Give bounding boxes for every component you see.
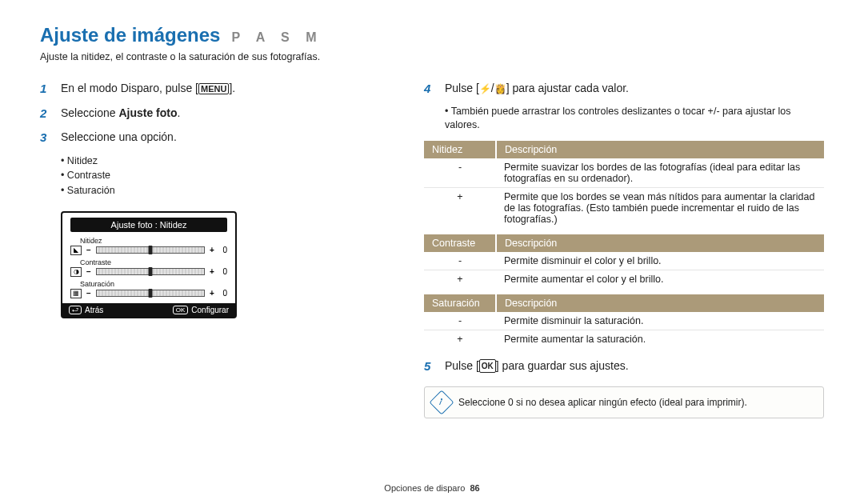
table-header: Nitidez bbox=[424, 141, 496, 158]
bold-option: Ajuste foto bbox=[118, 106, 177, 119]
nitidez-icon: ◣ bbox=[70, 246, 82, 255]
table-cell: Permite que los bordes se vean más nítid… bbox=[496, 187, 824, 228]
info-note: Seleccione 0 si no desea aplicar ningún … bbox=[424, 386, 824, 418]
table-row: +Permite aumentar el color y el brillo. bbox=[424, 270, 824, 288]
minus-icon[interactable]: − bbox=[85, 267, 93, 276]
page-title: Ajuste de imágenes bbox=[40, 24, 220, 46]
slider-track[interactable] bbox=[96, 246, 205, 254]
plus-icon[interactable]: + bbox=[208, 267, 216, 276]
ok-button[interactable]: OKConfigurar bbox=[173, 306, 229, 314]
table-header: Contraste bbox=[424, 234, 496, 252]
slider-label: Nitidez bbox=[80, 237, 235, 245]
ok-button-label: OK bbox=[479, 359, 496, 373]
slider-value: 0 bbox=[219, 289, 227, 298]
screen-header: Ajuste foto : Nitidez bbox=[70, 218, 227, 232]
table-row: +Permite aumentar la saturación. bbox=[424, 330, 824, 348]
flash-icon: ⚡ bbox=[479, 82, 491, 96]
table-cell: + bbox=[424, 187, 496, 228]
step-text: Pulse [⚡/👸] para ajustar cada valor. bbox=[445, 80, 824, 98]
bullet-item: También puede arrastrar los controles de… bbox=[445, 105, 824, 133]
plus-icon[interactable]: + bbox=[208, 289, 216, 298]
table-cell: Permite disminuir la saturación. bbox=[496, 312, 824, 330]
table-header: Descripción bbox=[496, 141, 824, 158]
camera-screen-mock: Ajuste foto : Nitidez Nitidez ◣ − + 0 Co… bbox=[61, 211, 237, 318]
contraste-table: ContrasteDescripción -Permite disminuir … bbox=[424, 234, 824, 288]
saturacion-table: SaturaciónDescripción -Permite disminuir… bbox=[424, 294, 824, 348]
plus-icon[interactable]: + bbox=[208, 246, 216, 254]
bullet-item: Contraste bbox=[61, 168, 376, 183]
bullet-item: Saturación bbox=[61, 183, 376, 198]
step-number: 4 bbox=[424, 80, 435, 98]
nitidez-table: NitidezDescripción -Permite suavizar los… bbox=[424, 141, 824, 228]
slider-label: Saturación bbox=[80, 280, 235, 288]
table-cell: Permite aumentar la saturación. bbox=[496, 330, 824, 348]
minus-icon[interactable]: − bbox=[85, 289, 93, 298]
table-cell: - bbox=[424, 158, 496, 188]
slider-value: 0 bbox=[219, 267, 227, 276]
mode-indicator: P A S M bbox=[231, 30, 322, 45]
slider-track[interactable] bbox=[96, 290, 205, 297]
minus-icon[interactable]: − bbox=[85, 246, 93, 254]
table-row: -Permite suavizar los bordes de las foto… bbox=[424, 158, 824, 188]
table-row: +Permite que los bordes se vean más níti… bbox=[424, 187, 824, 228]
info-icon bbox=[429, 390, 454, 414]
table-header: Descripción bbox=[496, 234, 824, 252]
ok-icon: OK bbox=[173, 306, 189, 314]
slider-label: Contraste bbox=[80, 258, 235, 266]
step-number: 3 bbox=[40, 129, 51, 147]
table-cell: Permite aumentar el color y el brillo. bbox=[496, 270, 824, 288]
step-text: Seleccione Ajuste foto. bbox=[61, 105, 376, 123]
table-cell: - bbox=[424, 252, 496, 270]
step-number: 2 bbox=[40, 105, 51, 123]
table-cell: + bbox=[424, 270, 496, 288]
table-cell: Permite suavizar los bordes de las fotog… bbox=[496, 158, 824, 188]
slider-value: 0 bbox=[219, 246, 227, 254]
slider-track[interactable] bbox=[96, 268, 205, 275]
table-cell: - bbox=[424, 312, 496, 330]
step-number: 5 bbox=[424, 358, 435, 376]
saturacion-icon: ▦ bbox=[70, 289, 82, 298]
back-button[interactable]: ⮐Atrás bbox=[69, 306, 103, 314]
table-header: Saturación bbox=[424, 294, 496, 312]
step-text: En el modo Disparo, pulse [MENU]. bbox=[61, 80, 376, 98]
contraste-icon: ◑ bbox=[70, 267, 82, 277]
menu-button-label: MENU bbox=[198, 83, 229, 94]
page-subtitle: Ajuste la nitidez, el contraste o la sat… bbox=[40, 51, 824, 62]
bullet-item: Nitidez bbox=[61, 154, 376, 169]
note-text: Seleccione 0 si no desea aplicar ningún … bbox=[458, 397, 747, 408]
table-row: -Permite disminuir la saturación. bbox=[424, 312, 824, 330]
table-cell: Permite disminuir el color y el brillo. bbox=[496, 252, 824, 270]
timer-icon: 👸 bbox=[494, 82, 506, 96]
back-icon: ⮐ bbox=[69, 306, 82, 314]
table-header: Descripción bbox=[496, 294, 824, 312]
step-number: 1 bbox=[40, 80, 51, 98]
step-text: Pulse [OK] para guardar sus ajustes. bbox=[445, 358, 824, 376]
page-footer: Opciones de disparo 86 bbox=[0, 483, 864, 493]
table-cell: + bbox=[424, 330, 496, 348]
step-text: Seleccione una opción. bbox=[61, 129, 376, 147]
table-row: -Permite disminuir el color y el brillo. bbox=[424, 252, 824, 270]
